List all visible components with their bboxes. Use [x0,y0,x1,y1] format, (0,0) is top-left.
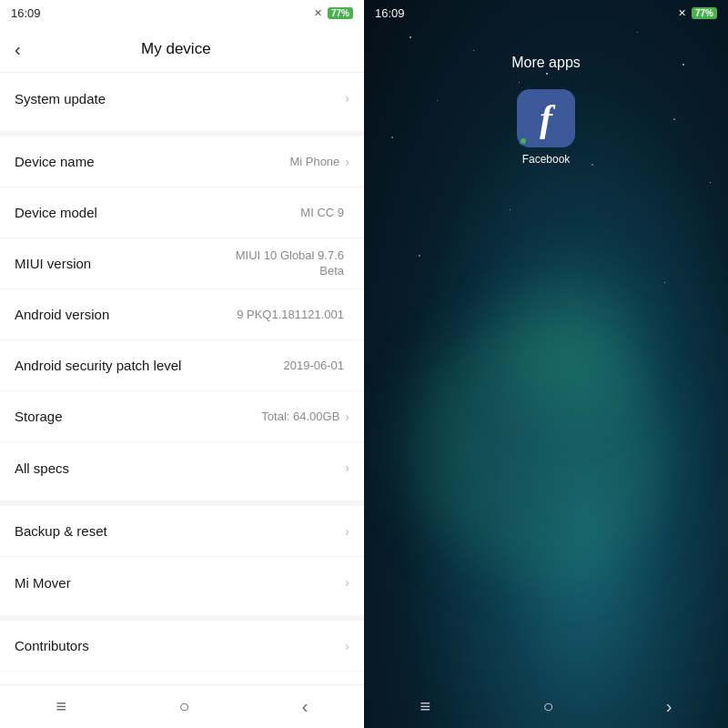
item-miui-version[interactable]: MIUI version MIUI 10 Global 9.7.6 Beta [0,238,364,289]
top-bar: ‹ My device [0,25,364,73]
status-icons-right: ✕ 77% [678,7,717,19]
item-legal-info[interactable]: Legal information › [0,672,364,684]
settings-list: System update › Device name Mi Phone › D… [0,73,364,684]
right-panel: 16:09 ✕ 77% More apps f Facebook ≡ ○ › [364,0,728,728]
section-device-info: Device name Mi Phone › Device model MI C… [0,131,364,493]
chevron-backup-reset: › [345,524,349,539]
chevron-storage: › [345,410,349,424]
battery-x-right: ✕ [678,7,686,19]
label-mi-mover: Mi Mover [15,575,345,591]
time-right: 16:09 [375,6,405,20]
left-panel: 16:09 ✕ 77% ‹ My device System update › … [0,0,364,728]
label-contributors: Contributors [15,638,345,653]
label-all-specs: All specs [15,460,345,476]
section-backup: Backup & reset › Mi Mover › [0,500,364,608]
label-security-patch: Android security patch level [15,358,284,373]
nebula-3 [500,273,637,410]
item-contributors[interactable]: Contributors › [0,621,364,672]
chevron-device-name: › [345,155,349,169]
battery-right: 77% [692,7,717,19]
back-nav-right[interactable]: › [666,696,672,717]
back-button[interactable]: ‹ [15,40,21,58]
label-device-model: Device model [15,205,300,220]
item-security-patch[interactable]: Android security patch level 2019-06-01 [0,340,364,391]
back-nav-left[interactable]: ‹ [302,696,308,717]
battery-x-left: ✕ [314,7,322,19]
item-android-version[interactable]: Android version 9 PKQ1.181121.001 [0,289,364,340]
menu-nav-left[interactable]: ≡ [56,696,67,717]
item-device-name[interactable]: Device name Mi Phone › [0,136,364,187]
value-storage: Total: 64.00GB [261,410,339,423]
bottom-nav-left: ≡ ○ ‹ [0,684,364,728]
page-title: My device [35,40,317,58]
facebook-icon: f [517,89,575,147]
item-device-model[interactable]: Device model MI CC 9 [0,187,364,238]
item-backup-reset[interactable]: Backup & reset › [0,506,364,557]
value-miui-version: MIUI 10 Global 9.7.6 Beta [226,248,344,279]
label-miui-version: MIUI version [15,256,226,271]
app-facebook[interactable]: f Facebook [517,89,575,166]
item-mi-mover[interactable]: Mi Mover › [0,557,364,608]
app-notification-dot [519,136,528,146]
battery-left: 77% [328,7,353,19]
status-icons-left: ✕ 77% [314,7,353,19]
status-bar-right: 16:09 ✕ 77% [364,0,728,25]
wallpaper: 16:09 ✕ 77% More apps f Facebook ≡ ○ › [364,0,728,728]
bottom-nav-right: ≡ ○ › [364,684,728,728]
label-system-update: System update [15,91,345,106]
value-android-version: 9 PKQ1.181121.001 [237,308,344,321]
home-nav-right[interactable]: ○ [542,696,553,717]
menu-nav-right[interactable]: ≡ [420,696,431,717]
label-storage: Storage [15,409,261,424]
home-nav-left[interactable]: ○ [178,696,189,717]
section-system-update: System update › [0,73,364,124]
value-device-name: Mi Phone [289,155,339,168]
section-legal: Contributors › Legal information › Impor… [0,615,364,684]
more-apps-title: More apps [511,55,581,71]
item-all-specs[interactable]: All specs › [0,442,364,493]
label-device-name: Device name [15,154,289,169]
value-security-patch: 2019-06-01 [284,359,345,372]
facebook-label: Facebook [522,153,571,166]
more-apps-area: More apps f Facebook [364,55,728,166]
chevron-mi-mover: › [345,575,349,590]
chevron-system-update: › [345,91,349,106]
item-storage[interactable]: Storage Total: 64.00GB › [0,391,364,442]
chevron-contributors: › [345,639,349,653]
time-left: 16:09 [11,6,41,20]
status-bar-left: 16:09 ✕ 77% [0,0,364,25]
label-android-version: Android version [15,307,237,322]
label-backup-reset: Backup & reset [15,523,345,539]
value-device-model: MI CC 9 [300,206,344,219]
chevron-all-specs: › [345,460,349,475]
item-system-update[interactable]: System update › [0,73,364,124]
